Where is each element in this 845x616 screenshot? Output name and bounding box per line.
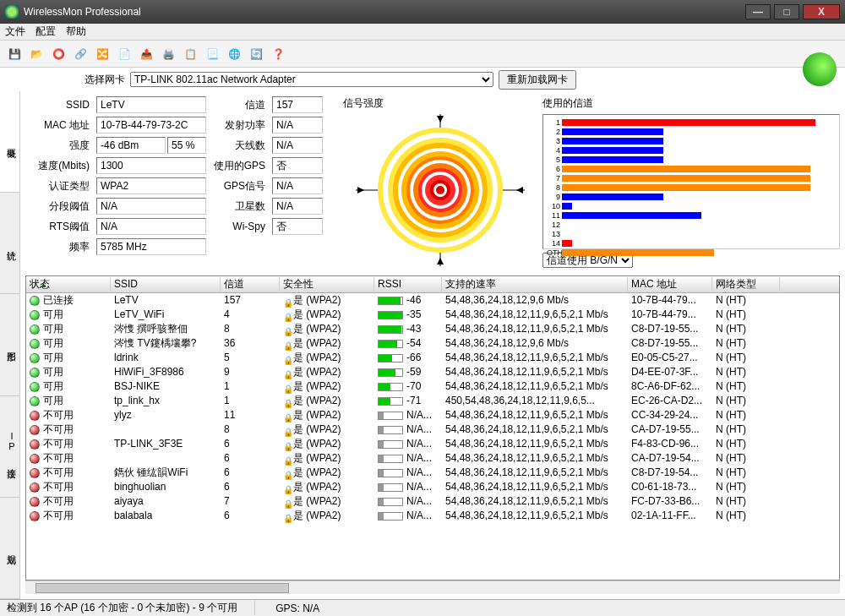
rssi-bar [378, 455, 403, 463]
refresh-icon[interactable]: 🔄 [247, 45, 265, 63]
lock-icon [283, 368, 292, 378]
table-row[interactable]: 不可用 鐫伙 锺纮韻WiFi 6 是 (WPA2) N/A... 54,48,3… [26, 466, 839, 480]
log-icon[interactable]: 📄 [115, 45, 134, 63]
close-button[interactable]: X [803, 4, 840, 19]
help-icon[interactable]: ❓ [269, 45, 287, 63]
antenna-icon [803, 52, 837, 86]
print-icon[interactable]: 🖨️ [159, 45, 177, 63]
status-dot-icon [30, 468, 40, 478]
svg-point-16 [436, 186, 444, 194]
status-gps: GPS: N/A [275, 602, 319, 614]
table-row[interactable]: 不可用 balabala 6 是 (WPA2) N/A... 54,48,36,… [26, 509, 839, 523]
tab-graph[interactable]: 图形 [0, 294, 19, 395]
horizontal-scrollbar[interactable] [25, 581, 840, 594]
adapter-bar: 选择网卡 TP-LINK 802.11ac Network Adapter 重新… [0, 68, 845, 91]
save-icon[interactable]: 💾 [5, 45, 24, 63]
tab-summary[interactable]: 概要 [0, 91, 19, 193]
rssi-bar [378, 325, 403, 334]
table-row[interactable]: 不可用 ylyz 11 是 (WPA2) N/A... 54,48,36,24,… [26, 408, 839, 422]
minimize-button[interactable]: — [745, 4, 771, 19]
val-frag: N/A [96, 198, 206, 215]
table-header: 状态▲ SSID 信道 安全性 RSSI 支持的速率 MAC 地址 网络类型 [26, 276, 839, 293]
table-row[interactable]: 不可用 TP-LINK_3F3E 6 是 (WPA2) N/A... 54,48… [26, 437, 839, 451]
lock-icon [283, 468, 292, 478]
val-speed: 1300 [96, 157, 206, 174]
table-row[interactable]: 不可用 aiyaya 7 是 (WPA2) N/A... 54,48,36,24… [26, 494, 839, 509]
signal-radar: 信号强度 [343, 96, 537, 270]
val-channel: 157 [272, 96, 323, 113]
lock-icon [283, 511, 292, 521]
channel-usage: 使用的信道 1234567891011121314OTH 信道使用 B/G/N [542, 96, 840, 270]
table-row[interactable]: 可用 HiWiFi_3F8986 9 是 (WPA2) -59 54,48,36… [26, 365, 839, 379]
title-bar: WirelessMon Professional — □ X [0, 0, 845, 24]
adapter-label: 选择网卡 [84, 73, 125, 87]
rssi-bar [378, 383, 403, 391]
rssi-bar [378, 469, 403, 477]
lock-icon [283, 339, 292, 349]
table-row[interactable]: 不可用 6 是 (WPA2) N/A... 54,48,36,24,18,12,… [26, 451, 839, 466]
table-row[interactable]: 不可用 binghuolian 6 是 (WPA2) N/A... 54,48,… [26, 480, 839, 494]
menu-file[interactable]: 文件 [5, 25, 25, 39]
open-icon[interactable]: 📂 [27, 45, 46, 63]
col-type[interactable]: 网络类型 [712, 277, 780, 292]
app-icon [5, 5, 19, 19]
lock-icon [283, 439, 292, 450]
col-mac[interactable]: MAC 地址 [628, 277, 712, 292]
rssi-bar [378, 412, 403, 420]
lock-icon [283, 454, 292, 464]
status-dot-icon [30, 353, 40, 363]
status-dot-icon [30, 324, 40, 335]
val-txpower: N/A [272, 117, 323, 134]
rssi-bar [378, 498, 403, 506]
table-row[interactable]: 可用 BSJ-NIKE 1 是 (WPA2) -70 54,48,36,24,1… [26, 379, 839, 394]
val-strength-dbm: -46 dBm [96, 137, 166, 154]
table-row[interactable]: 可用 tp_link_hx 1 是 (WPA2) -71 450,54,48,3… [26, 394, 839, 408]
tab-ipconn[interactable]: IP 连接 [0, 396, 19, 498]
report-icon[interactable]: 📋 [181, 45, 199, 63]
lock-icon [283, 382, 292, 392]
table-row[interactable]: 可用 涔愯 TV鑳楀壤攀? 36 是 (WPA2) -54 54,48,36,2… [26, 336, 839, 351]
lock-icon [283, 310, 292, 320]
globe-icon[interactable]: 🌐 [225, 45, 243, 63]
table-row[interactable]: 可用 涔愯 撰呼骇整佃 8 是 (WPA2) -43 54,48,36,24,1… [26, 322, 839, 336]
status-aps: 检测到 16 个AP (16 个加密 - 0 个未加密) - 9 个可用 [7, 601, 255, 615]
lock-icon [283, 324, 292, 335]
table-row[interactable]: 不可用 8 是 (WPA2) N/A... 54,48,36,24,18,12,… [26, 422, 839, 437]
col-chan[interactable]: 信道 [221, 277, 280, 292]
table-row[interactable]: 可用 LeTV_WiFi 4 是 (WPA2) -35 54,48,36,24,… [26, 308, 839, 322]
status-dot-icon [30, 339, 40, 349]
col-ssid[interactable]: SSID [111, 277, 221, 292]
table-row[interactable]: 已连接 LeTV 157 是 (WPA2) -46 54,48,36,24,18… [26, 293, 839, 308]
window-title: WirelessMon Professional [24, 6, 742, 18]
toolbar: 💾 📂 ⭕ 🔗 🔀 📄 📤 🖨️ 📋 📃 🌐 🔄 ❓ [0, 41, 845, 68]
col-sec[interactable]: 安全性 [280, 277, 374, 292]
status-dot-icon [30, 511, 40, 521]
rssi-bar [378, 368, 403, 377]
reload-adapter-button[interactable]: 重新加载网卡 [499, 70, 576, 90]
status-dot-icon [30, 396, 40, 406]
col-rssi[interactable]: RSSI [374, 277, 442, 292]
export-icon[interactable]: 📤 [137, 45, 155, 63]
menu-help[interactable]: 帮助 [66, 25, 86, 39]
status-dot-icon [30, 482, 40, 493]
link-icon[interactable]: 🔗 [71, 45, 90, 63]
ap-table: 状态▲ SSID 信道 安全性 RSSI 支持的速率 MAC 地址 网络类型 已… [25, 275, 840, 581]
rssi-bar [378, 440, 403, 449]
record-icon[interactable]: ⭕ [49, 45, 68, 63]
table-body[interactable]: 已连接 LeTV 157 是 (WPA2) -46 54,48,36,24,18… [26, 293, 839, 580]
channel-bars: 1234567891011121314OTH [542, 114, 840, 249]
tab-stats[interactable]: 统计 [0, 193, 19, 294]
val-gps: 否 [272, 157, 323, 174]
col-rates[interactable]: 支持的速率 [442, 277, 628, 292]
maximize-button[interactable]: □ [774, 4, 799, 19]
sort-indicator-icon: ▲ [40, 278, 47, 292]
menu-config[interactable]: 配置 [35, 25, 56, 39]
list-icon[interactable]: 📃 [203, 45, 221, 63]
rssi-bar [378, 512, 403, 521]
tab-plan[interactable]: 规划 [0, 498, 19, 599]
nodes-icon[interactable]: 🔀 [93, 45, 112, 63]
adapter-select[interactable]: TP-LINK 802.11ac Network Adapter [130, 72, 493, 87]
table-row[interactable]: 可用 ldrink 5 是 (WPA2) -66 54,48,36,24,18,… [26, 351, 839, 365]
rssi-bar [378, 397, 403, 406]
lock-icon [283, 497, 292, 507]
